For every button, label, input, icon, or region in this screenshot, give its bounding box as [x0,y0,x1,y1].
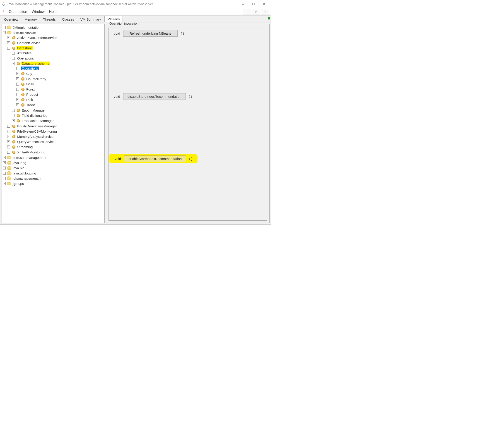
tab-memory[interactable]: Memory [22,16,40,22]
minimize-button[interactable]: – [238,0,248,8]
expand-toggle[interactable]: + [12,52,15,54]
tree-node[interactable]: Transaction Manager [21,119,54,123]
return-type: void [111,31,120,35]
tree-node[interactable]: QueryWebsocketService [17,140,55,144]
tab-vm-summary[interactable]: VM Summary [78,16,104,22]
folder-icon [7,166,11,170]
bean-icon [12,140,16,144]
tree-node[interactable]: com.sun.management [12,156,47,159]
expand-toggle[interactable]: + [3,156,6,159]
expand-toggle[interactable]: + [3,177,6,180]
operation-row: void Refresh underlying MBeans ( ) [111,30,264,37]
tree-node[interactable]: Risk [26,98,34,102]
expand-toggle[interactable]: + [7,135,10,138]
tree-node[interactable]: Product [26,93,39,96]
tree-node[interactable]: CounterParty [26,77,47,81]
tree-node[interactable]: ActivePivotContentService [17,36,58,40]
expand-toggle[interactable]: + [3,172,6,175]
operation-panel: Operation invocation void Refresh underl… [106,24,270,223]
tree-node[interactable]: jdk.management.jfr [12,176,42,180]
expand-toggle[interactable]: + [16,98,19,101]
menu-help[interactable]: Help [47,9,59,15]
expand-toggle[interactable]: + [7,151,10,154]
bean-icon [21,77,25,81]
tree-node[interactable]: Attributes [17,51,32,55]
connection-status-icon [269,17,269,20]
tree-node[interactable]: Desk [26,82,35,86]
tree-node[interactable]: FileSystemCSVMonitoring [17,129,58,133]
tree-node-datastore[interactable]: Datastore [17,46,33,50]
tree-node[interactable]: java.nio [12,166,25,170]
return-type: void [112,157,121,161]
tree-node[interactable]: Epoch Manager [21,108,46,112]
tree-node[interactable]: com.activeviam [12,31,37,35]
window-controls: – ☐ ✕ [238,0,269,8]
bean-icon [21,82,25,86]
expand-toggle[interactable]: – [3,31,6,34]
expand-toggle[interactable]: + [7,146,10,148]
expand-toggle[interactable]: + [16,93,19,96]
tree-node[interactable]: Trade [26,103,36,107]
expand-toggle[interactable]: + [7,140,10,143]
invoke-enable-button[interactable]: enableStoreIndexRecommendation [124,155,186,162]
expand-toggle[interactable]: + [3,167,6,170]
tree-node[interactable]: Operations [17,56,34,60]
invoke-refresh-button[interactable]: Refresh underlying MBeans [123,30,178,37]
expand-toggle[interactable]: + [3,26,6,29]
expand-toggle[interactable]: + [16,77,19,80]
tree-node[interactable]: City [26,72,33,76]
expand-toggle[interactable]: + [16,67,19,70]
operation-row: void disableStoreIndexRecommendation ( ) [111,93,264,100]
bean-icon [12,36,16,40]
close-button[interactable]: ✕ [259,0,269,8]
expand-toggle[interactable]: + [16,82,19,86]
expand-toggle[interactable]: + [12,57,15,60]
tree-node[interactable]: MemoryAnalysisService [17,135,54,139]
expand-toggle[interactable]: + [12,119,15,122]
folder-icon [7,182,11,186]
tool-close-button[interactable]: × [261,9,269,14]
operation-row-highlighted: void enableStoreIndexRecommendation ( ) [109,154,198,163]
tab-threads[interactable]: Threads [40,16,59,22]
expand-toggle[interactable]: + [16,103,19,106]
maximize-button[interactable]: ☐ [248,0,259,8]
expand-toggle[interactable]: – [7,47,10,50]
tab-classes[interactable]: Classes [59,16,77,22]
expand-toggle[interactable]: + [16,88,19,91]
expand-toggle[interactable]: + [12,114,15,117]
invoke-disable-button[interactable]: disableStoreIndexRecommendation [123,93,186,100]
expand-toggle[interactable]: + [3,161,6,164]
tree-node[interactable]: Forex [26,87,36,91]
tree-node[interactable]: Streaming [17,145,33,149]
tree-node[interactable]: jgroups [12,182,24,186]
expand-toggle[interactable]: + [7,130,10,133]
tree-node[interactable]: java.util.logging [12,171,37,175]
expand-toggle[interactable]: + [7,41,10,44]
expand-toggle[interactable]: + [3,182,6,185]
bean-icon [21,88,25,91]
tree-node-operations[interactable]: Operations [21,66,39,70]
params: ( ) [189,157,192,161]
fieldset-legend: Operation invocation [108,22,139,25]
menu-connection[interactable]: Connection [6,9,30,15]
tool-minimize-button[interactable]: - [243,9,251,14]
menu-window[interactable]: Window [30,9,47,15]
expand-toggle[interactable]: + [7,125,10,128]
tab-overview[interactable]: Overview [1,16,21,22]
tool-restore-button[interactable]: # [252,9,260,14]
tree-node[interactable]: EquityDerivativesManager [17,124,58,128]
mbean-tree[interactable]: +JMImplementation –com.activeviam +Activ… [2,24,105,223]
expand-toggle[interactable]: + [16,72,19,75]
bean-icon [12,151,16,154]
expand-toggle[interactable]: + [12,109,15,112]
tree-node[interactable]: Field dictionaries [21,114,48,117]
return-type: void [111,94,120,99]
tree-node[interactable]: XmlaAPMonitoring [17,150,46,154]
tree-node-datastore-schema[interactable]: Datastore schema [21,62,50,65]
tree-node[interactable]: java.lang [12,161,27,165]
expand-toggle[interactable]: + [7,36,10,39]
tree-node[interactable]: JMImplementation [12,26,41,29]
expand-toggle[interactable]: – [12,62,15,65]
tree-node[interactable]: ContentService [17,41,41,45]
tab-mbeans[interactable]: MBeans [104,16,123,22]
